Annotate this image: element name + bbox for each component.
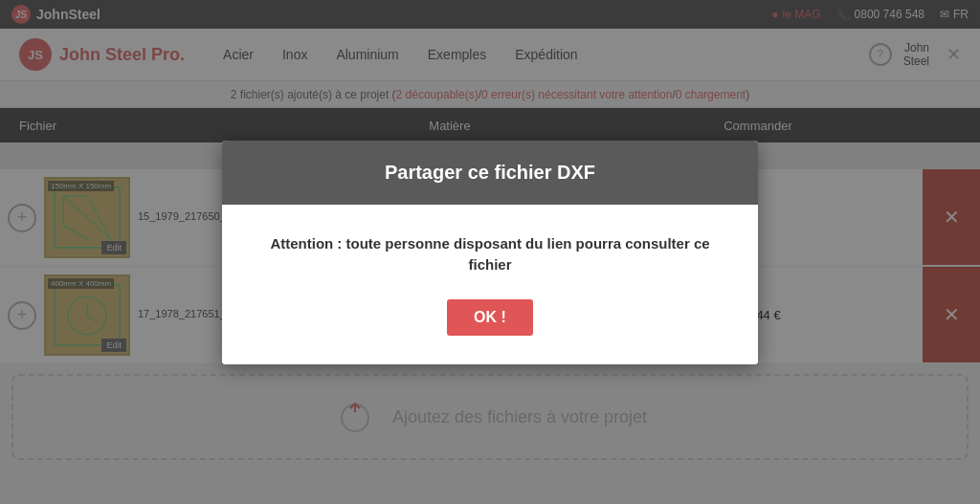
modal: Partager ce fichier DXF Attention : tout… — [222, 141, 758, 364]
modal-warning: Attention : toute personne disposant du … — [260, 233, 720, 276]
modal-overlay: Partager ce fichier DXF Attention : tout… — [0, 0, 980, 504]
modal-header: Partager ce fichier DXF — [222, 141, 758, 205]
modal-title: Partager ce fichier DXF — [385, 162, 595, 183]
modal-body: Attention : toute personne disposant du … — [222, 205, 758, 364]
modal-ok-button[interactable]: OK ! — [447, 299, 533, 336]
